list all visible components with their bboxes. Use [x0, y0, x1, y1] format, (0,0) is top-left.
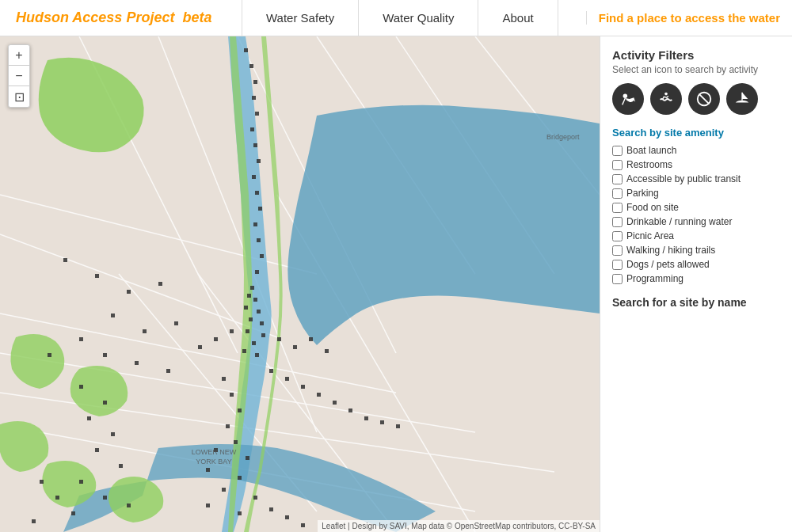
svg-rect-54 [166, 369, 170, 373]
svg-rect-83 [238, 511, 242, 515]
nav-water-safety[interactable]: Water Safety [242, 0, 359, 36]
checkbox-restrooms[interactable] [612, 160, 623, 170]
nav-water-quality[interactable]: Water Quality [358, 0, 478, 36]
search-by-amenity-link[interactable]: Search by site amenity [612, 127, 780, 139]
search-by-name-title: Search for a site by name [612, 296, 780, 309]
svg-rect-35 [257, 310, 261, 314]
svg-rect-30 [255, 270, 259, 274]
amenity-food[interactable]: Food on site [612, 202, 780, 213]
svg-text:Bridgeport: Bridgeport [546, 133, 580, 141]
svg-rect-22 [253, 143, 257, 147]
map-svg: LOWER NEW YORK BAY Bridgeport [0, 36, 600, 532]
svg-rect-26 [258, 207, 262, 211]
svg-point-104 [664, 93, 668, 96]
svg-rect-21 [250, 127, 254, 131]
svg-rect-28 [257, 238, 261, 242]
svg-rect-29 [260, 254, 264, 258]
svg-rect-74 [226, 424, 230, 428]
beta-label: beta [182, 10, 211, 25]
checkbox-dogs[interactable] [612, 260, 623, 270]
svg-rect-27 [253, 222, 257, 226]
svg-rect-70 [396, 424, 400, 428]
svg-rect-40 [252, 341, 256, 345]
main-content: LOWER NEW YORK BAY Bridgeport + − ⊡ Leaf… [0, 36, 792, 532]
svg-line-106 [699, 94, 710, 104]
no-activity-icon-button[interactable] [688, 83, 720, 115]
svg-rect-59 [293, 345, 297, 349]
svg-rect-96 [71, 511, 75, 515]
svg-text:YORK BAY: YORK BAY [196, 458, 231, 466]
svg-rect-42 [255, 353, 259, 357]
svg-rect-84 [269, 507, 273, 511]
checkbox-drinkable-water[interactable] [612, 217, 623, 227]
svg-text:LOWER NEW: LOWER NEW [192, 448, 237, 456]
amenity-parking[interactable]: Parking [612, 188, 780, 199]
svg-rect-34 [244, 306, 248, 310]
svg-rect-90 [111, 432, 115, 436]
svg-rect-31 [250, 286, 254, 290]
checkbox-boat-launch[interactable] [612, 146, 623, 156]
amenity-drinkable-water[interactable]: Drinkable / running water [612, 216, 780, 227]
svg-rect-80 [222, 488, 226, 492]
svg-rect-44 [95, 274, 99, 278]
svg-rect-95 [127, 504, 131, 507]
svg-rect-87 [79, 385, 83, 389]
header: Hudson Access Project beta Water Safety … [0, 0, 792, 36]
checkbox-public-transit[interactable] [612, 174, 623, 184]
svg-rect-52 [103, 353, 107, 357]
svg-rect-38 [246, 329, 249, 333]
amenity-public-transit[interactable]: Accessible by public transit [612, 173, 780, 184]
svg-rect-75 [234, 440, 238, 444]
checkbox-picnic[interactable] [612, 231, 623, 241]
svg-rect-39 [261, 333, 265, 337]
checkbox-food[interactable] [612, 203, 623, 213]
svg-rect-46 [158, 282, 162, 286]
svg-rect-25 [255, 191, 259, 195]
amenity-picnic[interactable]: Picnic Area [612, 230, 780, 241]
amenity-hiking[interactable]: Walking / hiking trails [612, 245, 780, 256]
nav-about[interactable]: About [478, 0, 558, 36]
svg-rect-43 [63, 258, 67, 262]
svg-rect-20 [255, 112, 259, 116]
svg-rect-65 [317, 393, 321, 397]
activity-icons [612, 83, 780, 115]
find-water-link[interactable]: Find a place to access the water [586, 11, 792, 25]
svg-rect-61 [325, 349, 329, 353]
map-area[interactable]: LOWER NEW YORK BAY Bridgeport + − ⊡ Leaf… [0, 36, 600, 532]
svg-rect-19 [252, 96, 256, 100]
svg-rect-18 [253, 80, 257, 84]
amenity-dogs[interactable]: Dogs / pets allowed [612, 259, 780, 270]
map-attribution: Leaflet | Design by SAVI, Map data © Ope… [318, 520, 600, 532]
zoom-in-button[interactable]: + [9, 45, 29, 66]
fishing-icon-button[interactable] [612, 83, 644, 115]
svg-rect-71 [222, 377, 226, 381]
svg-rect-51 [48, 353, 51, 357]
svg-rect-49 [174, 321, 178, 325]
svg-rect-82 [206, 504, 210, 507]
svg-rect-79 [238, 476, 242, 480]
reset-view-button[interactable]: ⊡ [9, 86, 29, 107]
svg-rect-69 [380, 420, 384, 424]
amenity-restrooms[interactable]: Restrooms [612, 159, 780, 170]
svg-rect-86 [301, 523, 305, 527]
checkbox-hiking[interactable] [612, 245, 623, 256]
swimming-icon-button[interactable] [650, 83, 682, 115]
svg-rect-67 [348, 408, 352, 412]
svg-rect-48 [143, 329, 147, 333]
checkbox-parking[interactable] [612, 188, 623, 199]
amenity-programming[interactable]: Programming [612, 273, 780, 284]
app-title: Hudson Access Project beta [0, 10, 242, 26]
svg-rect-60 [309, 337, 313, 341]
checkbox-programming[interactable] [612, 274, 623, 284]
zoom-out-button[interactable]: − [9, 66, 29, 86]
amenity-checkbox-list: Boat launch Restrooms Accessible by publ… [612, 145, 780, 284]
boating-icon-button[interactable] [726, 83, 758, 115]
svg-rect-99 [32, 519, 36, 523]
svg-rect-36 [249, 317, 253, 321]
svg-rect-33 [253, 298, 257, 302]
map-controls: + − ⊡ [8, 44, 30, 108]
svg-rect-41 [242, 349, 246, 353]
svg-rect-37 [260, 321, 264, 325]
amenity-boat-launch[interactable]: Boat launch [612, 145, 780, 156]
svg-rect-93 [79, 480, 83, 484]
